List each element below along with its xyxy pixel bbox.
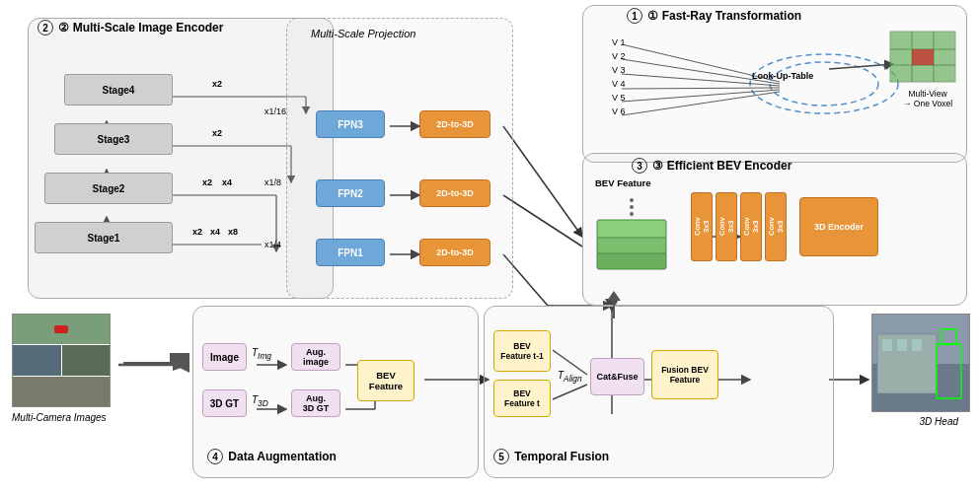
conv1-block: Conv3x3 <box>691 192 713 261</box>
scale-116: x1/16 <box>264 106 286 116</box>
svg-marker-65 <box>173 359 189 371</box>
data-aug-label: 4 Data Augmentation <box>207 449 337 464</box>
svg-point-54 <box>630 205 634 209</box>
svg-rect-51 <box>597 236 666 253</box>
proj3-block: 2D-to-3D <box>419 110 490 138</box>
fpn1-block: FPN1 <box>316 239 385 266</box>
svg-rect-50 <box>597 251 666 269</box>
conv3-block: Conv3x3 <box>740 192 762 261</box>
stage2-block: Stage2 <box>44 173 173 204</box>
camera-mosaic <box>12 314 111 407</box>
proj1-block: 2D-to-3D <box>419 239 490 266</box>
svg-rect-43 <box>912 49 934 65</box>
main-diagram: 2 ② Multi-Scale Image Encoder Stage4 Sta… <box>0 0 980 493</box>
lut-label: Look-Up-Table <box>752 71 813 81</box>
scale-x4-2: x4 <box>222 177 232 187</box>
encoder-label: 2 ② Multi-Scale Image Encoder <box>38 20 223 35</box>
left-arrow-indicator <box>118 355 189 375</box>
fusion-bev-block: Fusion BEVFeature <box>651 350 718 399</box>
bev-feat-t-block: BEVFeature t <box>493 380 551 417</box>
cat-fuse-block: Cat&Fuse <box>590 358 644 395</box>
t-align-label: TAlign <box>558 370 582 384</box>
scale-x8: x8 <box>228 227 238 237</box>
bev-feature-label: BEV Feature <box>595 177 651 188</box>
bev-feature-aug-block: BEVFeature <box>357 360 415 401</box>
svg-rect-52 <box>597 220 666 238</box>
svg-rect-60 <box>897 339 907 351</box>
aug-3d-gt-block: Aug.3D GT <box>291 389 340 417</box>
proj2-block: 2D-to-3D <box>419 179 490 207</box>
scale-x2-3: x2 <box>192 227 202 237</box>
temporal-label: 5 Temporal Fusion <box>493 449 609 464</box>
svg-point-55 <box>630 212 634 216</box>
scale-x4-3: x4 <box>210 227 220 237</box>
aug-image-block: Aug.image <box>291 343 340 371</box>
image-aug-block: Image <box>202 343 247 371</box>
bev-encoder-label: 3 ③ Efficient BEV Encoder <box>632 158 792 174</box>
conv4-block: Conv3x3 <box>765 192 787 261</box>
svg-rect-61 <box>912 339 922 351</box>
v5: V 5 <box>612 93 626 103</box>
scale-x4-1: x2 <box>202 177 212 187</box>
svg-point-53 <box>630 198 634 202</box>
svg-line-14 <box>503 195 582 246</box>
v1: V 1 <box>612 37 626 47</box>
gt-3d-block: 3D GT <box>202 389 247 417</box>
fastray-label: 1 ① Fast-Ray Transformation <box>627 8 801 24</box>
voxel-grid <box>888 30 957 84</box>
t-3d-label: T3D <box>252 394 268 408</box>
multiview-label: Multi-View→ One Voxel <box>888 89 967 108</box>
t-img-label: TImg <box>252 347 271 361</box>
head-3d-label: 3D Head <box>920 416 958 427</box>
v2: V 2 <box>612 51 626 61</box>
fpn3-block: FPN3 <box>316 110 385 138</box>
stage3-block: Stage3 <box>54 123 173 155</box>
svg-rect-59 <box>882 339 892 351</box>
stage4-block: Stage4 <box>64 74 173 106</box>
v3: V 3 <box>612 65 626 75</box>
projection-label: Multi-Scale Projection <box>311 28 415 39</box>
bev-feature-stack <box>592 192 671 281</box>
stage1-block: Stage1 <box>35 222 173 253</box>
scale-x2-1: x2 <box>212 79 222 89</box>
scale-18: x1/8 <box>264 177 281 187</box>
scale-14: x1/4 <box>264 240 281 249</box>
conv2-block: Conv3x3 <box>716 192 737 261</box>
svg-line-13 <box>503 126 582 237</box>
scale-x2-2: x2 <box>212 128 222 138</box>
bev-feat-t1-block: BEVFeature t-1 <box>493 330 551 372</box>
multi-camera-label: Multi-Camera Images <box>12 412 107 423</box>
fpn2-block: FPN2 <box>316 179 385 207</box>
encoder-3d-block: 3D Encoder <box>799 197 878 256</box>
v4: V 4 <box>612 79 626 89</box>
v6: V 6 <box>612 106 626 116</box>
head-3d-image <box>871 314 970 412</box>
